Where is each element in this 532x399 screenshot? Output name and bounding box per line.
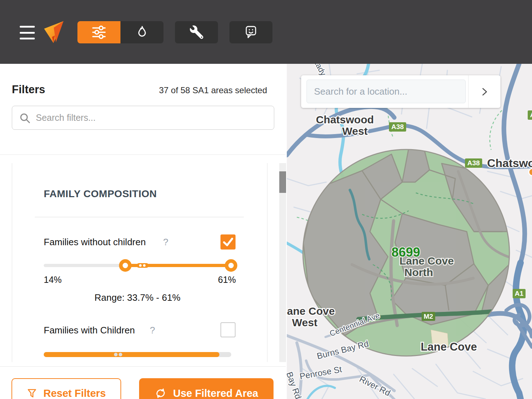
suburb-label-chatswood: Chatswood bbox=[487, 157, 532, 170]
svg-text:M2: M2 bbox=[424, 313, 433, 320]
slider-selected-range bbox=[44, 352, 219, 357]
map-container: Lady Chatswood West Chatswood 8699 Lane … bbox=[287, 64, 532, 399]
route-badge-m2: M2 bbox=[422, 312, 435, 321]
slider-marker-dot bbox=[114, 353, 118, 356]
map-canvas[interactable]: Lady Chatswood West Chatswood 8699 Lane … bbox=[287, 64, 532, 399]
divider bbox=[0, 366, 286, 367]
divider bbox=[0, 155, 286, 155]
search-icon bbox=[19, 113, 31, 124]
slider-marker-dot bbox=[143, 264, 146, 267]
slider-range-label: Range: 33.7% - 61% bbox=[44, 292, 231, 303]
filter-search-input[interactable] bbox=[35, 108, 265, 128]
menu-icon[interactable] bbox=[20, 26, 35, 39]
sliders-icon bbox=[91, 25, 107, 39]
section-title: FAMILY COMPOSITION bbox=[44, 188, 157, 200]
route-badge-a1: A1 bbox=[513, 289, 526, 298]
chat-feedback-icon bbox=[244, 25, 258, 40]
map-tools-toggle bbox=[77, 21, 163, 43]
slider-marker-dot bbox=[139, 264, 142, 267]
section-divider bbox=[35, 217, 244, 217]
search-expand-button[interactable] bbox=[469, 75, 500, 108]
location-search-input[interactable] bbox=[307, 80, 466, 103]
checkmark-icon bbox=[220, 234, 236, 250]
suburb-label-chatswood-west-2: West bbox=[342, 125, 367, 137]
locality-label-lane-cove-north-1: Lane Cove bbox=[399, 255, 454, 267]
filter-checkbox-checked[interactable] bbox=[220, 234, 236, 250]
range-slider-2[interactable] bbox=[44, 348, 231, 361]
app-window: Filters 37 of 58 SA1 areas selected FAMI… bbox=[0, 0, 532, 399]
suburb-label-lane-cove-west-1: Lane Cove bbox=[287, 305, 335, 317]
route-badge-a38-edge: A38 bbox=[528, 110, 532, 120]
feedback-tool-button[interactable] bbox=[229, 21, 272, 43]
settings-tool-button[interactable] bbox=[175, 21, 218, 43]
wrench-icon bbox=[189, 25, 204, 39]
help-icon[interactable]: ? bbox=[150, 325, 155, 336]
scrollbar-thumb[interactable] bbox=[279, 171, 286, 193]
filter-search-box bbox=[12, 106, 274, 130]
filters-panel: Filters 37 of 58 SA1 areas selected FAMI… bbox=[0, 64, 287, 399]
locality-label-lane-cove-north-2: North bbox=[404, 266, 433, 278]
help-icon[interactable]: ? bbox=[163, 237, 168, 248]
slider-marker-dot bbox=[119, 353, 122, 356]
slider-max-label: 61% bbox=[218, 275, 236, 285]
sync-arrows-icon bbox=[155, 388, 167, 399]
suburb-label-lane-cove: Lane Cove bbox=[421, 341, 477, 353]
flame-icon bbox=[135, 25, 149, 39]
top-toolbar bbox=[0, 0, 532, 64]
funnel-icon bbox=[27, 388, 37, 398]
svg-text:A38: A38 bbox=[530, 111, 532, 119]
route-badge-a38-b: A38 bbox=[465, 158, 482, 168]
filters-tool-button[interactable] bbox=[77, 21, 120, 43]
panel-title: Filters bbox=[12, 83, 45, 96]
suburb-label-lane-cove-west-2: West bbox=[292, 317, 317, 328]
filter-label: Families with Children bbox=[44, 325, 135, 336]
svg-text:A38: A38 bbox=[467, 159, 480, 167]
slider-min-label: 14% bbox=[44, 275, 62, 285]
map-poi-dot bbox=[529, 168, 532, 176]
use-filtered-area-button[interactable]: Use Filtered Area bbox=[139, 378, 274, 399]
selection-status: 37 of 58 SA1 areas selected bbox=[159, 85, 267, 95]
use-filtered-area-label: Use Filtered Area bbox=[173, 388, 258, 399]
slider-marker bbox=[137, 263, 149, 268]
filter-label: Families without children bbox=[44, 237, 146, 248]
reset-filters-button[interactable]: Reset Filters bbox=[11, 378, 121, 399]
svg-text:A1: A1 bbox=[515, 290, 524, 297]
app-logo-icon[interactable] bbox=[42, 20, 66, 45]
svg-text:A38: A38 bbox=[391, 123, 404, 130]
slider-handle-min[interactable] bbox=[119, 259, 132, 272]
route-badge-a38-a: A38 bbox=[389, 122, 406, 132]
slider-handle-max[interactable] bbox=[225, 259, 237, 272]
location-search-card bbox=[301, 75, 500, 108]
filter-checkbox-unchecked[interactable] bbox=[220, 322, 236, 337]
suburb-label-chatswood-west-1: Chatswood bbox=[316, 114, 374, 125]
scrollbar-track[interactable] bbox=[279, 163, 286, 362]
reset-filters-label: Reset Filters bbox=[43, 388, 106, 399]
range-slider[interactable] bbox=[44, 259, 231, 272]
heatmap-tool-button[interactable] bbox=[120, 21, 163, 43]
chevron-right-icon bbox=[480, 86, 489, 97]
